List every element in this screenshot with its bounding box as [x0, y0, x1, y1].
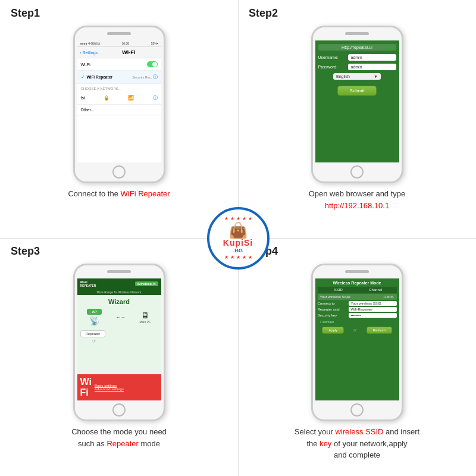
step3-caption-red: Repeater	[107, 439, 138, 448]
s4-col1: SSID	[320, 288, 358, 292]
step3-caption-text1: Choose the mode you need	[71, 427, 167, 436]
step4-screen: Wireless Repeater Mode SSID Channel Your…	[315, 278, 399, 400]
s1-fst-row[interactable]: fst 🔒 📶 ⓘ	[77, 92, 161, 105]
s2-username-label: Username:	[318, 55, 348, 60]
s4-connect-row: Connect to Your wireless SSID	[318, 301, 397, 306]
step2-caption-text1: Open web browser and type	[309, 189, 406, 198]
s3-repeater-group: Repeater ☞	[80, 330, 158, 344]
s3-pc-group: 🖥 Main PC	[139, 311, 151, 324]
s4-key-val: ••••••••	[349, 313, 397, 318]
s3-wifi-logo: WI-FIREPEATER	[80, 280, 96, 287]
s3-main-pc-label: Main PC	[139, 320, 151, 324]
s3-ap-group: AP 📡	[87, 309, 101, 325]
phone-home-4	[350, 403, 364, 416]
s3-wifi-big-text: WiFi	[80, 377, 92, 398]
s1-choose-label: CHOOSE A NETWORK...	[77, 84, 161, 92]
s1-connected-row: ✓ WiFi Repeater Security Rec.. ⓘ	[77, 71, 161, 84]
s3-repeater-button[interactable]: Repeater	[80, 330, 106, 337]
s1-wifi-row: Wi-Fi	[77, 58, 161, 71]
s1-checkmark-icon: ✓	[81, 74, 85, 80]
s2-username-input[interactable]: admin	[348, 54, 396, 61]
s1-wifi-toggle[interactable]	[147, 61, 158, 67]
step1-phone: ●●●● 中国移动 16:38 52%▪ ‹ Settings Wi-Fi Wi…	[73, 26, 165, 183]
s4-connect-val: Your wireless SSID	[349, 301, 397, 306]
s3-settings-links: Basic settings Advanced settings	[95, 384, 124, 391]
s1-security-note: Security Rec..	[132, 76, 152, 79]
s1-nav-title: Wi-Fi	[99, 49, 158, 55]
s3-advanced-settings[interactable]: Advanced settings	[95, 387, 124, 391]
phone-speaker-4	[345, 270, 369, 273]
step3-caption: Choose the mode you need such as Repeate…	[71, 426, 167, 449]
step4-caption-red1: wireless SSID	[336, 427, 384, 436]
s2-submit-button[interactable]: Submit	[337, 86, 377, 96]
s1-fst-info-icon[interactable]: ⓘ	[153, 95, 158, 101]
step2-caption: Open web browser and type http://192.168…	[309, 188, 406, 211]
step4-phone: Wireless Repeater Mode SSID Channel Your…	[311, 264, 403, 421]
step4-caption-red2: key	[320, 439, 331, 448]
s1-fst-label: fst	[81, 96, 85, 100]
s1-back-btn[interactable]: ‹ Settings	[80, 51, 98, 55]
phone-home-2	[350, 165, 364, 178]
s4-repeater-val: Wifi-Repeater	[349, 307, 397, 312]
step4-label: Step4	[249, 245, 278, 258]
s4-mode-title: Wireless Repeater Mode	[318, 281, 397, 285]
s1-network-name: WiFi Repeater	[87, 75, 133, 79]
s3-router-icon: 📡	[89, 316, 99, 325]
s3-wireless-n: Wireless-N	[135, 281, 158, 286]
s2-language-value: English	[336, 74, 350, 79]
s1-battery: 52%▪	[151, 42, 158, 45]
s4-unmask-checkbox[interactable]: ☐ Unmask	[320, 320, 394, 324]
s1-wifi-icon: 📶	[128, 95, 134, 101]
s2-inner: Http://repeater.ui Username: admin Passw…	[315, 40, 399, 162]
phone-speaker-3	[107, 270, 131, 273]
step1-label: Step1	[11, 7, 40, 20]
step2-cell: Step2 Http://repeater.ui Username: admin…	[238, 0, 476, 238]
s3-tagline: More Range for Wireless Network	[77, 289, 161, 295]
step2-caption-red: http://192.168.10.1	[309, 200, 406, 212]
step3-caption-text2: such as	[78, 439, 107, 448]
s2-password-label: Password:	[318, 65, 348, 69]
s4-key-label: Security key	[318, 314, 349, 317]
s3-wizard-area: Wizard AP 📡 ←→ 🖥 Main PC	[77, 295, 161, 374]
s2-password-input[interactable]: admin	[348, 64, 396, 70]
s4-apply-button[interactable]: Apply	[322, 327, 344, 334]
step4-caption-text1: Select your	[295, 427, 336, 436]
s4-table-header: SSID Channel	[318, 287, 397, 293]
s2-language-select[interactable]: English ▼	[333, 73, 381, 80]
s1-navbar: ‹ Settings Wi-Fi	[77, 47, 161, 58]
step2-label: Step2	[249, 7, 278, 20]
step4-caption: Select your wireless SSID and insert the…	[295, 426, 419, 461]
s3-wizard-title: Wizard	[108, 298, 130, 305]
s4-refresh-button[interactable]: Refresh	[367, 327, 392, 334]
phone-home-3	[112, 403, 126, 416]
s4-ssid-value: Your wireless SSID	[320, 295, 384, 299]
step1-caption-text1: Connect to the	[68, 189, 120, 198]
s4-ssid-row: Your wireless SSID 11 WPA-	[318, 294, 397, 300]
s1-info-icon[interactable]: ⓘ	[153, 74, 158, 80]
s3-inner: WI-FIREPEATER Wireless-N More Range for …	[77, 278, 161, 400]
step2-screen: Http://repeater.ui Username: admin Passw…	[315, 40, 399, 162]
s4-cursor-icon: ☞	[353, 328, 357, 334]
s3-ap-button[interactable]: AP	[87, 309, 101, 315]
s3-cursor-icon: ☞	[92, 339, 96, 344]
s4-col2: Channel	[357, 288, 394, 292]
phone-speaker-2	[345, 32, 369, 35]
step4-cell: Step4 Wireless Repeater Mode SSID Channe…	[238, 238, 476, 476]
s4-action-buttons: Apply ☞ Refresh	[318, 327, 397, 334]
step1-caption-red: WiFi Repeater	[121, 189, 170, 198]
s3-arrow-icon: ←→	[116, 315, 126, 320]
step3-cell: Step3 WI-FIREPEATER Wireless-N More Rang…	[0, 238, 238, 476]
step4-caption-text2: and insert	[383, 427, 419, 436]
s1-other-row[interactable]: Other...	[77, 105, 161, 115]
step1-caption: Connect to the WiFi Repeater	[68, 188, 170, 200]
phone-speaker-1	[107, 32, 131, 35]
s4-key-row: Security key ••••••••	[318, 313, 397, 318]
s4-connect-label: Connect to	[318, 302, 349, 305]
main-grid: Step1 ●●●● 中国移动 16:38 52%▪ ‹ Settings Wi…	[0, 0, 476, 476]
s1-wifi-label: Wi-Fi	[81, 62, 90, 67]
step3-label: Step3	[11, 245, 40, 258]
step4-caption-text4: of your network,apply	[331, 439, 407, 448]
s1-other-label: Other...	[81, 108, 95, 112]
s1-carrier: ●●●● 中国移动	[80, 42, 100, 45]
step1-screen: ●●●● 中国移动 16:38 52%▪ ‹ Settings Wi-Fi Wi…	[77, 40, 161, 162]
